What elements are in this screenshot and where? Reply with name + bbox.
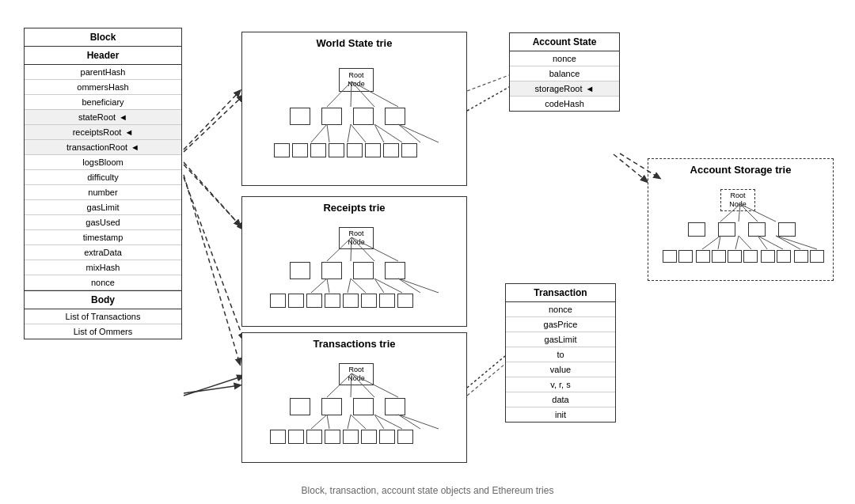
trie-node	[385, 398, 405, 415]
block-row: gasLimit	[25, 200, 181, 215]
account-balance: balance	[510, 66, 619, 81]
trie-node	[718, 222, 735, 237]
trie-node	[343, 430, 359, 444]
storage-root-node: RootNode	[720, 189, 755, 211]
receipts-trie-box: Receipts trie RootNode	[241, 196, 467, 327]
transaction-root-label: transactionRoot	[66, 142, 127, 152]
block-row: nonce	[25, 275, 181, 290]
trie-node	[270, 430, 286, 444]
svg-line-5	[614, 154, 648, 182]
trie-node	[728, 250, 742, 263]
trie-node	[383, 143, 399, 157]
trie-node	[663, 250, 677, 263]
trie-node	[777, 250, 791, 263]
trie-node	[678, 250, 693, 263]
block-row: extraData	[25, 245, 181, 260]
trie-node	[365, 143, 381, 157]
trie-node	[379, 294, 395, 308]
tx-to: to	[506, 347, 615, 362]
trie-node	[361, 294, 377, 308]
trie-node	[353, 262, 374, 279]
arrow-left-icon: ◄	[124, 127, 133, 137]
block-row: ommersHash	[25, 80, 181, 95]
block-row: difficulty	[25, 170, 181, 185]
trie-node	[353, 108, 374, 125]
arrow-left-icon: ◄	[119, 112, 127, 122]
world-state-title: World State trie	[242, 32, 466, 54]
transaction-title: Transaction	[506, 284, 615, 302]
trie-node	[361, 430, 377, 444]
block-row: parentHash	[25, 65, 181, 80]
trie-node	[290, 398, 310, 415]
trie-node	[310, 143, 326, 157]
svg-line-3	[184, 376, 244, 396]
trie-node	[321, 398, 342, 415]
tx-gas-limit: gasLimit	[506, 332, 615, 347]
svg-line-58	[184, 91, 240, 150]
trie-node	[712, 250, 726, 263]
block-box: Block Header parentHash ommersHash benef…	[24, 28, 182, 339]
transactions-root-node: RootNode	[339, 363, 374, 385]
block-row: logsBloom	[25, 155, 181, 170]
list-ommers-row: List of Ommers	[25, 324, 181, 339]
state-root-label: stateRoot	[78, 112, 116, 122]
trie-node	[379, 430, 395, 444]
body-title: Body	[25, 290, 181, 309]
trie-node	[810, 250, 824, 263]
account-state-box: Account State nonce balance storageRoot …	[509, 32, 620, 112]
state-root-row: stateRoot ◄	[25, 110, 181, 125]
trie-node	[290, 262, 310, 279]
trie-node	[397, 430, 413, 444]
diagram: Block Header parentHash ommersHash benef…	[0, 0, 855, 504]
svg-line-6	[467, 356, 505, 388]
diagram-caption: Block, transaction, account state object…	[0, 485, 855, 496]
block-row: number	[25, 185, 181, 200]
trie-node	[325, 294, 340, 308]
transaction-root-row: transactionRoot ◄	[25, 140, 181, 155]
account-storage-root: storageRoot ◄	[510, 81, 619, 97]
trie-node	[688, 222, 705, 237]
trie-node	[385, 262, 405, 279]
trie-node	[274, 143, 290, 157]
transactions-trie-box: Transactions trie RootNode	[241, 332, 467, 463]
list-transactions-row: List of Transactions	[25, 309, 181, 324]
svg-line-61	[184, 385, 240, 393]
trie-node	[743, 250, 758, 263]
trie-node	[401, 143, 417, 157]
svg-line-4	[467, 87, 509, 111]
header-title: Header	[25, 47, 181, 65]
tx-nonce: nonce	[506, 302, 615, 317]
block-row: mixHash	[25, 260, 181, 275]
trie-node	[778, 222, 796, 237]
trie-node	[696, 250, 710, 263]
account-storage-title: Account Storage trie	[648, 159, 833, 180]
trie-node	[329, 143, 344, 157]
trie-node	[761, 250, 775, 263]
arrow-left-icon: ◄	[131, 142, 139, 152]
block-row: beneficiary	[25, 95, 181, 110]
trie-node	[321, 262, 342, 279]
svg-line-1	[184, 165, 244, 229]
trie-node	[321, 108, 342, 125]
svg-line-0	[184, 95, 244, 152]
trie-node	[270, 294, 286, 308]
trie-node	[397, 294, 413, 308]
receipts-trie-title: Receipts trie	[242, 197, 466, 218]
arrow-left-icon: ◄	[586, 84, 595, 93]
world-root-node: RootNode	[339, 68, 374, 92]
svg-line-59	[184, 162, 240, 225]
account-storage-trie-box: Account Storage trie RootNode	[648, 158, 834, 281]
trie-node	[748, 222, 766, 237]
transaction-box: Transaction nonce gasPrice gasLimit to v…	[505, 283, 616, 423]
receipts-root-label: receiptsRoot	[73, 127, 122, 137]
tx-init: init	[506, 407, 615, 422]
world-state-trie-box: World State trie RootNode	[241, 32, 467, 186]
trie-node	[347, 143, 363, 157]
account-codehash: codeHash	[510, 97, 619, 111]
trie-node	[343, 294, 359, 308]
trie-node	[353, 398, 374, 415]
trie-node	[325, 430, 340, 444]
transactions-trie-title: Transactions trie	[242, 333, 466, 354]
account-state-title: Account State	[510, 33, 619, 51]
tx-gas-price: gasPrice	[506, 317, 615, 332]
